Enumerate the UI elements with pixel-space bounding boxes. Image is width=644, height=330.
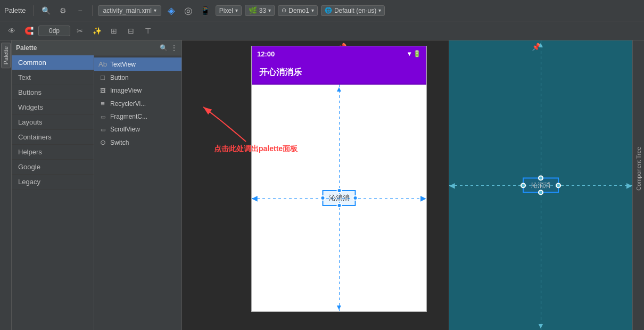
category-text[interactable]: Text xyxy=(12,70,94,85)
file-tab-arrow: ▾ xyxy=(154,7,156,13)
minimize-icon[interactable]: − xyxy=(73,4,87,18)
bp-handle-bottom[interactable] xyxy=(538,190,543,195)
annotation-arrow-svg xyxy=(193,102,257,144)
button-icon: □ xyxy=(98,73,107,81)
arrow-left: ◀ xyxy=(252,194,258,202)
handle-left[interactable] xyxy=(320,195,326,201)
scrollview-label: ScrollView xyxy=(110,126,140,133)
locale-dropdown[interactable]: 🌐 Default (en-us) ▾ xyxy=(321,5,385,16)
eye-tool[interactable]: 👁 xyxy=(4,23,19,38)
bp-handle-left[interactable] xyxy=(521,183,526,188)
component-tree-panel: Component Tree xyxy=(632,40,644,330)
recyclerview-icon: ≡ xyxy=(98,100,107,108)
palette-title: Palette xyxy=(16,44,37,52)
widget-imageview[interactable]: 🖼 ImageView xyxy=(94,84,181,97)
imageview-label: ImageView xyxy=(110,87,142,94)
align-tool-2[interactable]: ⊟ xyxy=(123,23,138,38)
pixel-dropdown[interactable]: Pixel ▾ xyxy=(216,5,242,16)
widget-fragmentc[interactable]: ▭ FragmentC... xyxy=(94,110,181,123)
annotation-text: 点击此处调出palette面板 xyxy=(214,144,298,153)
align-tool-1[interactable]: ⊞ xyxy=(106,23,121,38)
handle-bottom[interactable] xyxy=(336,203,342,208)
fragmentc-icon: ▭ xyxy=(98,114,107,120)
blueprint-mode-icon[interactable]: ◎ xyxy=(181,4,195,18)
phone-app-title: 开心消消乐 xyxy=(259,67,302,78)
dp-input[interactable]: 0dp xyxy=(38,26,70,36)
demo-dropdown[interactable]: ⊙ Demo1 ▾ xyxy=(278,5,318,16)
locale-label: Default (en-us) xyxy=(334,7,376,14)
palette-search-icon[interactable]: 🔍 xyxy=(160,44,168,52)
bp-arrow-left: ◀ xyxy=(449,181,455,189)
handle-right[interactable] xyxy=(353,195,358,201)
palette-label: Palette xyxy=(4,6,26,14)
phone-mockup: 12:00 ▾ 🔋 开心消消乐 ◀ ▶ ▲ xyxy=(251,46,427,312)
widget-recyclerview[interactable]: ≡ RecyclerVi... xyxy=(94,97,181,110)
magnet-tool[interactable]: 🧲 xyxy=(21,23,36,38)
arrow-down: ▼ xyxy=(335,303,343,311)
category-widgets[interactable]: Widgets xyxy=(12,100,94,115)
widget-scrollview[interactable]: ▭ ScrollView xyxy=(94,123,181,136)
bp-arrow-up: ▲ xyxy=(537,40,544,49)
textview-icon: Ab xyxy=(98,60,107,68)
baseline-tool[interactable]: ⊤ xyxy=(141,23,155,38)
category-helpers[interactable]: Helpers xyxy=(12,145,94,160)
design-mode-icon[interactable]: ◈ xyxy=(164,4,178,18)
widget-textview[interactable]: Ab TextView xyxy=(94,57,181,71)
imageview-icon: 🖼 xyxy=(98,87,107,94)
widget-text: 沁消消 xyxy=(329,194,350,202)
bp-arrow-right: ▶ xyxy=(626,181,632,189)
search-icon[interactable]: 🔍 xyxy=(39,4,53,18)
bp-arrow-down: ▼ xyxy=(537,321,544,330)
selected-widget[interactable]: 沁消消 xyxy=(323,190,356,206)
switch-label: Switch xyxy=(110,139,129,146)
bp-handle-right[interactable] xyxy=(556,183,561,188)
wand-tool[interactable]: ✨ xyxy=(89,23,104,38)
widget-list: Ab TextView □ Button 🖼 ImageView ≡ Recyc… xyxy=(94,55,181,330)
category-containers[interactable]: Containers xyxy=(12,130,94,145)
category-buttons[interactable]: Buttons xyxy=(12,85,94,100)
annotation: 点击此处调出palette面板 xyxy=(214,144,298,154)
api-label: 33 xyxy=(259,7,266,14)
phone-status-bar: 12:00 ▾ 🔋 xyxy=(252,46,426,61)
bp-widget-text: 沁消消 xyxy=(531,182,550,189)
category-legacy[interactable]: Legacy xyxy=(12,175,94,189)
phone-status-icons: ▾ 🔋 xyxy=(408,50,421,57)
blueprint-area: 📌 ◀ ▶ ▲ ▼ 沁消消 xyxy=(449,40,632,330)
wifi-icon: ▾ xyxy=(408,50,411,57)
switch-icon: ⊙ xyxy=(98,138,107,146)
scissors-tool[interactable]: ✂ xyxy=(72,23,87,38)
locale-arrow: ▾ xyxy=(378,7,381,13)
widget-button[interactable]: □ Button xyxy=(94,71,181,84)
toolbar-sep-1 xyxy=(33,5,34,16)
palette-more-icon[interactable]: ⋮ xyxy=(171,44,177,52)
component-tree-tab[interactable]: Component Tree xyxy=(635,147,642,191)
file-tab[interactable]: activity_main.xml ▾ xyxy=(98,5,161,16)
palette-panel: Palette 🔍 ⋮ Common Text Buttons Widgets … xyxy=(12,40,182,330)
orientation-icon[interactable]: 📱 xyxy=(199,4,212,18)
category-common[interactable]: Common xyxy=(12,55,94,70)
palette-header-icons: 🔍 ⋮ xyxy=(160,44,177,52)
pixel-arrow: ▾ xyxy=(235,7,238,13)
second-toolbar: 👁 🧲 0dp ✂ ✨ ⊞ ⊟ ⊤ xyxy=(0,21,644,40)
settings-icon[interactable]: ⚙ xyxy=(56,4,70,18)
recyclerview-label: RecyclerVi... xyxy=(110,100,146,108)
api-dropdown[interactable]: 🌿 33 ▾ xyxy=(245,5,275,16)
fragmentc-label: FragmentC... xyxy=(110,113,147,120)
widget-switch[interactable]: ⊙ Switch xyxy=(94,136,181,149)
toolbar-sep-2 xyxy=(92,5,93,16)
phone-title-bar: 开心消消乐 xyxy=(252,61,426,85)
design-area: 📌 12:00 ▾ 🔋 开心消消乐 ◀ xyxy=(182,40,449,330)
palette-content: Common Text Buttons Widgets Layouts Cont… xyxy=(12,55,181,330)
phone-time: 12:00 xyxy=(257,50,275,58)
api-arrow: ▾ xyxy=(268,7,271,13)
arrow-right: ▶ xyxy=(420,194,426,202)
palette-tab[interactable]: Palette xyxy=(1,43,11,68)
category-layouts[interactable]: Layouts xyxy=(12,115,94,130)
category-google[interactable]: Google xyxy=(12,160,94,175)
bp-handle-top[interactable] xyxy=(538,176,543,181)
button-label: Button xyxy=(110,74,129,81)
handle-top[interactable] xyxy=(336,188,342,193)
textview-label: TextView xyxy=(110,61,136,68)
bp-selected-widget[interactable]: 沁消消 xyxy=(523,178,559,193)
top-toolbar: Palette 🔍 ⚙ − activity_main.xml ▾ ◈ ◎ 📱 … xyxy=(0,0,644,21)
